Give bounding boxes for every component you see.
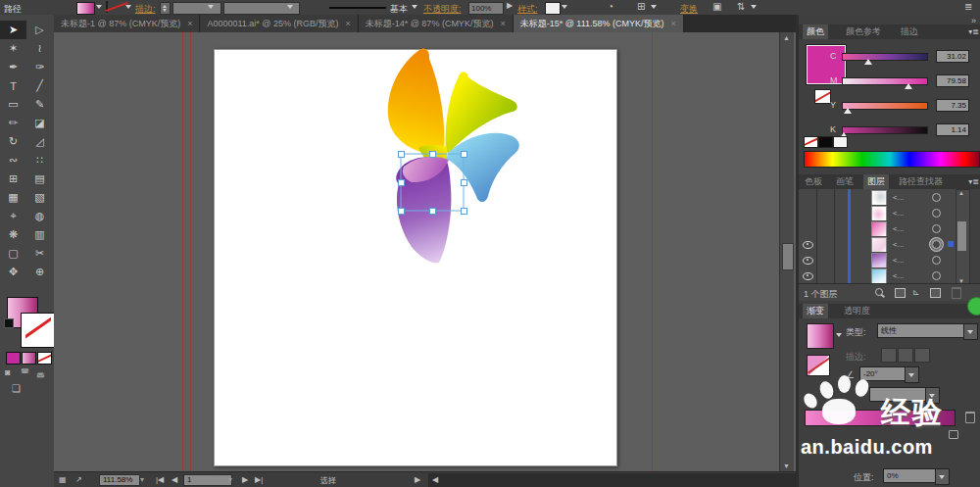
layers-panel-menu-icon[interactable]: ▾≣ [968, 177, 979, 186]
slider-track[interactable] [842, 53, 928, 61]
symbol-sprayer-tool[interactable]: ❋ [0, 225, 26, 244]
stroke-gradient-within-button[interactable] [881, 348, 897, 363]
visibility-cell[interactable] [799, 205, 817, 220]
align-dropdown-icon[interactable] [651, 5, 657, 9]
document-tab[interactable]: 未标题-14* @ 87% (CMYK/预览)× [359, 15, 514, 32]
slider-track[interactable] [842, 126, 928, 134]
gradient-opacity-dropdown-icon[interactable] [925, 387, 940, 404]
tab-color[interactable]: 颜色 [803, 24, 828, 39]
arrange-icon[interactable]: ⇅ [737, 1, 745, 12]
screen-mode-icon[interactable]: ❏ [12, 383, 21, 394]
curvature-tool[interactable]: ✑ [26, 58, 53, 76]
brush-dropdown-icon[interactable] [412, 5, 417, 9]
variable-width-dropdown-icon[interactable] [287, 5, 293, 9]
make-clip-mask-icon[interactable] [895, 288, 906, 298]
slider-value-field[interactable]: 1.14 [936, 123, 969, 136]
eyedropper-tool[interactable]: ⌖ [0, 207, 26, 225]
paintbrush-tool[interactable]: ✎ [26, 95, 53, 114]
gradient-mode-button[interactable] [22, 352, 36, 365]
gradient-type-field[interactable]: 线性 [877, 323, 971, 338]
gradient-type-dropdown-icon[interactable] [963, 323, 978, 340]
layer-thumbnail[interactable] [871, 221, 887, 237]
selection-handle[interactable] [461, 208, 467, 215]
slider-thumb[interactable] [905, 83, 912, 89]
eye-icon[interactable] [803, 257, 813, 265]
slice-tool[interactable]: ✂ [26, 244, 53, 263]
layer-thumbnail[interactable] [871, 190, 887, 206]
toolbar-collapse-icon[interactable]: « [4, 2, 8, 11]
lock-cell[interactable] [816, 252, 835, 268]
slider-thumb[interactable] [864, 59, 872, 65]
locate-object-icon[interactable] [875, 288, 883, 296]
layer-target-icon[interactable] [932, 209, 941, 218]
align-icon[interactable]: ⊞ [637, 1, 645, 12]
control-panel-menu-icon[interactable]: ≣ [964, 1, 972, 12]
black-swatch[interactable] [818, 136, 833, 148]
layer-row[interactable]: <... [799, 205, 969, 221]
perspective-grid-tool[interactable]: ▤ [26, 170, 53, 188]
style-swatch[interactable] [545, 2, 561, 15]
layer-row[interactable]: <... [799, 189, 969, 206]
tab-gradient[interactable]: 渐变 [803, 304, 828, 318]
layer-target-icon[interactable] [932, 240, 941, 249]
draw-behind-icon[interactable]: ◚ [21, 367, 29, 377]
next-artboard-icon[interactable]: ▶ [242, 475, 248, 484]
fill-color-swatch[interactable] [76, 2, 95, 15]
gradient-swatch-dropdown-icon[interactable] [836, 333, 842, 337]
hand-tool[interactable]: ✥ [0, 263, 26, 281]
stroke-gradient-along-button[interactable] [898, 348, 913, 363]
visibility-cell[interactable] [799, 236, 817, 252]
gradient-position-dropdown-icon[interactable] [935, 468, 950, 485]
draw-normal-icon[interactable]: ◙ [5, 367, 10, 377]
tab-layers[interactable]: 图层 [863, 174, 889, 189]
layer-row[interactable]: <... [799, 220, 969, 237]
pencil-tool[interactable]: ✏ [0, 114, 26, 132]
arrange-dropdown-icon[interactable] [751, 5, 757, 9]
white-swatch[interactable] [833, 136, 848, 148]
slider-value-field[interactable]: 31.02 [936, 50, 969, 63]
selection-handle[interactable] [398, 151, 405, 158]
vertical-scrollbar[interactable]: ▲ ▼ [779, 32, 794, 471]
stroke-color-indicator[interactable] [22, 314, 55, 347]
pen-tool[interactable]: ✒ [0, 58, 26, 76]
tab-close-icon[interactable]: × [187, 19, 192, 28]
recolor-artwork-icon[interactable]: ◔ [608, 1, 613, 12]
document-tab[interactable]: 未标题-15* @ 111.58% (CMYK/预览)× [514, 15, 684, 32]
artboard-tool[interactable]: ▢ [0, 244, 26, 263]
stroke-weight-dropdown-icon[interactable] [208, 5, 214, 9]
layer-target-icon[interactable] [932, 193, 941, 202]
layer-target-icon[interactable] [932, 256, 941, 265]
fill-dropdown-icon[interactable] [96, 5, 102, 9]
selection-tool[interactable]: ➤ [0, 21, 26, 39]
gradient-ramp[interactable] [805, 410, 956, 426]
lasso-tool[interactable]: ≀ [26, 39, 53, 58]
reverse-gradient-button[interactable] [807, 355, 830, 376]
lock-cell[interactable] [816, 236, 835, 252]
selection-handle[interactable] [398, 208, 405, 215]
prev-artboard-icon[interactable]: ◀ [172, 475, 177, 484]
tab-close-icon[interactable]: × [500, 19, 505, 28]
zoom-dropdown-icon[interactable]: ▾ [140, 475, 144, 484]
stroke-weight-stepper[interactable] [160, 2, 171, 15]
export-icon[interactable]: ↗ [75, 475, 82, 484]
opacity-field[interactable]: 100% [468, 2, 504, 15]
layer-name[interactable]: <... [893, 271, 904, 280]
stroke-dropdown-icon[interactable] [125, 5, 131, 9]
zoom-level-field[interactable]: 111.58% [99, 474, 140, 486]
opacity-expand-icon[interactable]: ▶ [507, 1, 513, 10]
color-panel-stroke-proxy[interactable] [814, 89, 831, 104]
line-segment-tool[interactable]: ╱ [26, 76, 53, 95]
tab-transparency[interactable]: 透明度 [840, 304, 874, 318]
tab-color-guide[interactable]: 颜色参考 [842, 24, 885, 39]
hscroll-right-icon[interactable]: ▶ [415, 475, 420, 484]
last-artboard-icon[interactable]: ▶| [255, 475, 263, 484]
color-spectrum-bar[interactable] [804, 151, 980, 168]
visibility-cell[interactable] [799, 252, 817, 268]
tab-close-icon[interactable]: × [345, 19, 350, 28]
scroll-up-icon[interactable]: ▲ [783, 34, 790, 41]
default-fill-stroke-icon[interactable] [4, 318, 14, 328]
isolate-icon[interactable]: ▣ [712, 1, 721, 12]
pinwheel-artwork[interactable] [54, 32, 796, 471]
slider-track[interactable] [842, 77, 928, 85]
selection-handle[interactable] [398, 179, 405, 186]
